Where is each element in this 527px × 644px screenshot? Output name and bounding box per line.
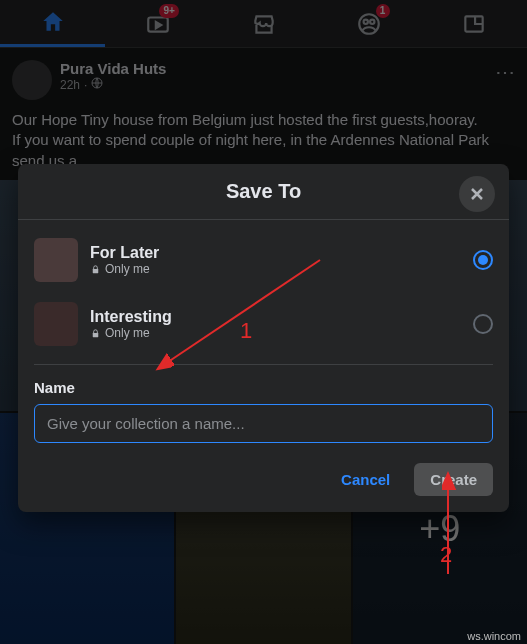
lock-icon (90, 264, 101, 275)
radio-unselected[interactable] (473, 314, 493, 334)
svg-rect-7 (93, 333, 99, 337)
privacy-text: Only me (105, 262, 150, 276)
name-label: Name (34, 379, 493, 396)
collection-name: For Later (90, 244, 159, 262)
collection-privacy: Only me (90, 326, 172, 340)
privacy-text: Only me (105, 326, 150, 340)
create-button[interactable]: Create (414, 463, 493, 496)
new-collection-section: Name (18, 369, 509, 443)
close-icon (467, 184, 487, 204)
modal-actions: Cancel Create (18, 443, 509, 512)
lock-icon (90, 328, 101, 339)
collection-name-input[interactable] (34, 404, 493, 443)
radio-selected[interactable] (473, 250, 493, 270)
watermark: ws.wincom (467, 630, 521, 642)
cancel-button[interactable]: Cancel (325, 463, 406, 496)
separator (34, 364, 493, 365)
collection-name: Interesting (90, 308, 172, 326)
modal-header: Save To (18, 164, 509, 220)
collections-list: For Later Only me Interesting Only me (18, 220, 509, 360)
collection-item-for-later[interactable]: For Later Only me (34, 228, 493, 292)
collection-item-interesting[interactable]: Interesting Only me (34, 292, 493, 356)
collection-thumb (34, 238, 78, 282)
svg-rect-6 (93, 269, 99, 273)
close-button[interactable] (459, 176, 495, 212)
save-to-modal: Save To For Later Only me Interesting (18, 164, 509, 512)
collection-thumb (34, 302, 78, 346)
modal-title: Save To (226, 180, 301, 203)
collection-privacy: Only me (90, 262, 159, 276)
